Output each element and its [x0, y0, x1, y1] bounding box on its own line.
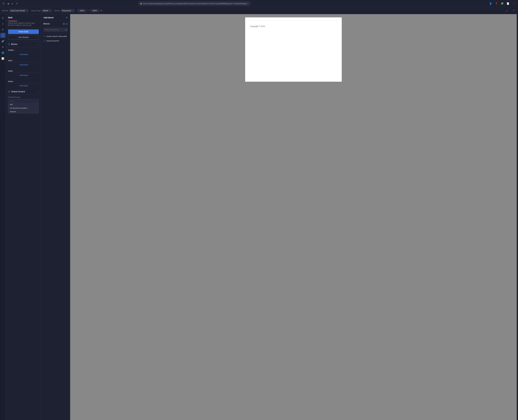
- block-item-label: Global RawHtml: [46, 40, 59, 42]
- global-content-row: ⬡ Global Content: [8, 90, 25, 93]
- modal-title: Add block: [43, 16, 54, 19]
- global-content-header[interactable]: ⬡ Global Content ⌄: [6, 89, 41, 94]
- device-label: Device: [54, 10, 60, 12]
- right-mini-sidebar: [517, 14, 518, 420]
- footer-add-block-btn[interactable]: + Add block: [8, 83, 39, 88]
- main-add-block-btn[interactable]: + Add block: [8, 63, 39, 67]
- main-chevron[interactable]: ⌄: [13, 60, 14, 61]
- device-select-wrapper: Responsive: [61, 9, 75, 12]
- blocks-collapse-icon: ⌄: [38, 43, 39, 45]
- header-section-label: header ⌄: [8, 48, 39, 52]
- profile-icon[interactable]: 👤: [488, 1, 493, 6]
- dimension-separator: ×: [88, 10, 89, 12]
- blocks-content: header ⌄ + Add block main ⌄ + Add block: [6, 47, 41, 420]
- list-view-icon[interactable]: ⊟: [66, 22, 68, 25]
- sidebar-panel-icon[interactable]: ☰: [0, 15, 6, 21]
- global-content-section: ⬡ Global Content ⌄: [6, 89, 41, 95]
- dropdown-item-label: whoami: [10, 111, 16, 112]
- browser-actions: 👤 ❓ 🧩 📑 ⋮: [488, 1, 516, 6]
- sidebar-toggle-icon[interactable]: ☰: [2, 2, 5, 6]
- dropdown-item-label: ---: [12, 100, 14, 102]
- modal-close-icon[interactable]: ✕: [66, 16, 68, 19]
- menu-icon[interactable]: ⋮: [511, 1, 516, 6]
- sidebar-settings-icon[interactable]: ⚙: [0, 27, 6, 32]
- page-header: test Unpublished -- Shared Draft updated…: [6, 14, 41, 28]
- refresh-icon[interactable]: ↻: [15, 2, 18, 6]
- left-panel-body: ⬡ Blocks ⌄ header ⌄ + Add block: [6, 41, 41, 420]
- browser-nav: ☰ ◀ ▶ ↻: [2, 2, 18, 6]
- help-icon[interactable]: ❓: [494, 1, 499, 6]
- header-add-block-btn[interactable]: + Add block: [8, 52, 39, 57]
- grid-view-icon[interactable]: ⊞: [63, 22, 65, 25]
- dropdown-item-dash[interactable]: ✓ ---: [8, 99, 39, 103]
- header-label-text: header: [8, 49, 14, 51]
- dropdown-item-whoami[interactable]: whoami: [8, 110, 39, 113]
- sidebar-blocks-icon[interactable]: ⬡: [0, 33, 6, 38]
- footer-chevron[interactable]: ⌄: [14, 81, 15, 82]
- header-chevron[interactable]: ⌄: [15, 49, 16, 51]
- website-select-wrapper: East Coast Herald: [9, 9, 29, 12]
- footer-group: footer ⌄ + Add block: [6, 78, 41, 89]
- global-content-icon: ⬡: [8, 90, 10, 93]
- preview-copyright: Copyright © 2024: [245, 24, 342, 29]
- my-draft-label: My Draft: [8, 24, 14, 26]
- unpublished-label: Unpublished: [8, 20, 17, 22]
- sidebar-chart-icon[interactable]: 📊: [0, 56, 6, 61]
- sidebar-link-icon[interactable]: 🔗: [0, 39, 6, 44]
- extension-icon[interactable]: 🧩: [500, 1, 504, 6]
- search-input[interactable]: [43, 28, 68, 32]
- search-clear-icon[interactable]: ✕: [65, 29, 67, 31]
- footer-label-text: footer: [8, 80, 13, 82]
- aside-label-text: aside: [8, 70, 13, 72]
- unpublished-status: Unpublished --: [8, 20, 39, 22]
- blocks-section-icon: ⬡: [8, 43, 10, 45]
- blocks-section: ⬡ Blocks ⌄: [6, 41, 41, 47]
- url-text: dev.arcaudiencetargeting.arcpublishing.c…: [143, 3, 247, 5]
- output-type-select[interactable]: default: [41, 9, 52, 12]
- sidebar-globe-icon[interactable]: 🌐: [0, 50, 6, 55]
- url-bar[interactable]: 🔒 dev.arcaudiencetargeting.arcpublishing…: [138, 1, 251, 6]
- bookmarks-icon[interactable]: 📑: [506, 1, 510, 6]
- width-input[interactable]: 100%: [77, 9, 87, 12]
- block-item-rawhtml[interactable]: ⬡ Global RawHtml: [41, 39, 70, 43]
- expand-icon[interactable]: ⤢: [504, 8, 509, 13]
- header-add-block-label: + Add block: [19, 53, 28, 55]
- website-select[interactable]: East Coast Herald: [9, 9, 29, 12]
- dropdown-item-404[interactable]: 404: [8, 103, 39, 106]
- aside-section-label: aside ⌄: [8, 69, 39, 73]
- page-title: test: [8, 16, 39, 19]
- use-shared-button[interactable]: Use Shared: [8, 35, 39, 40]
- blocks-section-label: Blocks: [11, 43, 17, 45]
- reset-dimensions-icon[interactable]: ↺: [101, 9, 102, 12]
- dimensions-group: 100% × 100% ↺: [77, 9, 102, 12]
- blocks-section-header[interactable]: ⬡ Blocks ⌄: [6, 41, 41, 47]
- shared-draft-time: updated 2 seconds ago: [18, 22, 35, 24]
- share-edits-button[interactable]: Share Edits: [8, 30, 39, 34]
- footer-add-block-label: + Add block: [19, 85, 28, 87]
- device-select[interactable]: Responsive: [61, 9, 75, 12]
- main-layout: ☰ ℹ ⚙ ⬡ 🔗 ⧉ 🌐 📊 test Unpublished -- Shar…: [0, 14, 518, 420]
- main-label-text: main: [8, 60, 12, 61]
- blocks-tab-label: Blocks: [43, 23, 50, 25]
- preview-frame: Copyright © 2024: [245, 17, 342, 82]
- aside-chevron[interactable]: ⌄: [13, 70, 15, 72]
- modal-header: Add block ✕: [41, 14, 70, 21]
- block-item-hello[interactable]: ⬡ Global HelloFromBundleB: [41, 34, 70, 39]
- help-button-icon[interactable]: ?: [511, 8, 516, 13]
- sidebar-info-icon[interactable]: ℹ: [0, 21, 6, 26]
- shared-draft-label: Shared Draft: [8, 22, 17, 24]
- sidebar-copy-icon[interactable]: ⧉: [0, 44, 6, 50]
- dropdown-item-mx[interactable]: mx-test-from-bundle-b: [8, 106, 39, 110]
- back-icon[interactable]: ◀: [7, 2, 10, 6]
- dropdown-item-label: 404: [10, 104, 13, 105]
- content-source-dropdown[interactable]: ✓ --- 404 mx-test-from-bundle-b whoami: [8, 99, 39, 113]
- output-type-select-wrapper: default: [41, 9, 52, 12]
- forward-icon[interactable]: ▶: [11, 2, 14, 6]
- height-input[interactable]: 100%: [90, 9, 100, 12]
- modal-tabs: Blocks ⊞ ⊟: [41, 21, 70, 27]
- aside-group: aside ⌄ + Add block: [6, 68, 41, 78]
- preview-divider: [250, 21, 337, 21]
- aside-add-block-btn[interactable]: + Add block: [8, 73, 39, 77]
- aside-add-block-label: + Add block: [19, 74, 28, 76]
- editor-toolbar: Website East Coast Herald Output Type de…: [0, 7, 518, 14]
